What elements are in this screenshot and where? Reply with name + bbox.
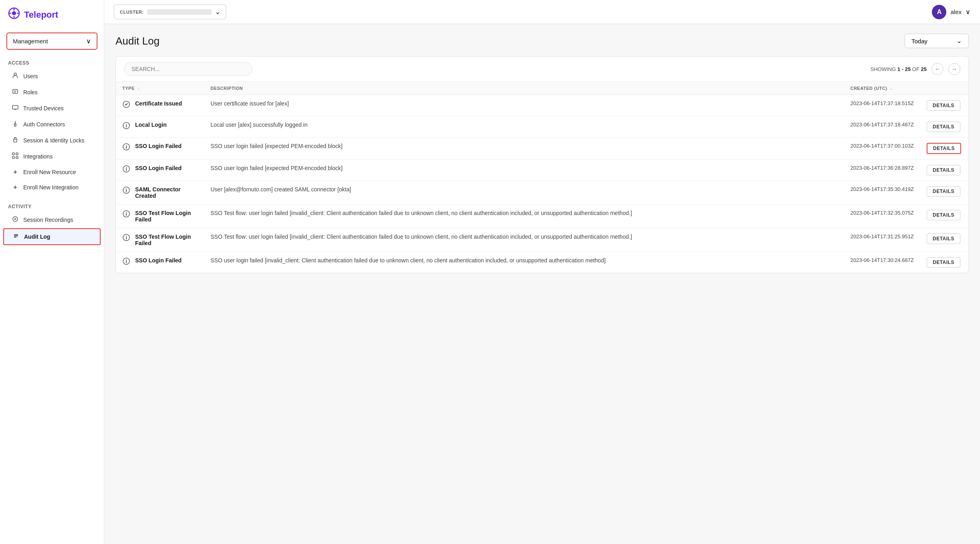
date-cell: 2023-06-14T17:31:25.951Z [844,228,920,252]
management-dropdown[interactable]: Management ∨ [6,32,97,50]
type-cell: SSO Login Failed [122,165,198,175]
description-cell: Local user [alex] successfully logged in [204,116,844,138]
action-cell: DETAILS [920,205,968,228]
activity-section-header: Activity [0,200,104,212]
avatar: A [932,5,946,19]
search-input[interactable] [124,62,252,76]
prev-page-button[interactable]: ← [931,63,944,75]
info-icon [122,143,130,153]
type-sort-icon: ↑ [138,86,140,91]
table-header: TYPE ↑ DESCRIPTION CREATED (UTC) ↓ [116,82,968,95]
svg-point-33 [126,167,127,168]
teleport-logo-icon [8,7,20,22]
svg-rect-14 [14,139,17,142]
action-cell: DETAILS [920,181,968,205]
sidebar-item-trusted-devices[interactable]: Trusted Devices [3,101,101,116]
description-cell: SSO user login failed [expected PEM-enco… [204,160,844,181]
sidebar-item-enroll-integration[interactable]: + Enroll New Integration [3,180,101,195]
enroll-resource-label: Enroll New Resource [23,169,76,175]
auth-connectors-icon [11,120,19,128]
sidebar-item-roles[interactable]: Roles [3,85,101,100]
table-row: SAML Connector Created User [alex@fornut… [116,181,968,205]
svg-point-6 [14,73,16,75]
svg-rect-18 [16,156,18,158]
svg-point-1 [12,11,16,15]
details-button[interactable]: DETAILS [927,100,960,111]
col-header-date[interactable]: CREATED (UTC) ↓ [844,82,920,95]
date-cell: 2023-06-14T17:35:30.419Z [844,181,920,205]
svg-rect-16 [16,153,18,155]
integrations-icon [11,152,19,160]
sidebar-item-users[interactable]: Users [3,69,101,84]
enroll-resource-plus-icon: + [11,168,19,176]
cluster-dropdown[interactable]: CLUSTER: ⌄ [114,4,226,19]
table-row: SSO Test Flow Login Failed SSO Test flow… [116,228,968,252]
cluster-label: CLUSTER: [120,10,144,14]
date-filter-chevron-icon: ⌄ [957,37,962,45]
user-area[interactable]: A alex ∨ [932,5,970,19]
trusted-devices-label: Trusted Devices [23,105,64,112]
svg-rect-7 [13,89,18,93]
sidebar-item-session-identity-locks[interactable]: Session & Identity Locks [3,133,101,148]
action-cell: DETAILS [920,95,968,116]
enroll-integration-plus-icon: + [11,184,19,191]
svg-point-30 [126,145,127,146]
date-cell: 2023-06-14T17:36:28.897Z [844,160,920,181]
date-cell: 2023-06-14T17:37:18.487Z [844,116,920,138]
details-button[interactable]: DETAILS [927,233,960,244]
users-label: Users [23,73,38,79]
type-name: Local Login [135,122,167,128]
col-header-description: DESCRIPTION [204,82,844,95]
col-header-type[interactable]: TYPE ↑ [116,82,204,95]
info-icon [122,210,130,220]
access-section-header: Access [0,56,104,68]
date-filter-dropdown[interactable]: Today ⌄ [905,34,969,48]
date-cell: 2023-06-14T17:32:35.075Z [844,205,920,228]
details-button[interactable]: DETAILS [927,257,960,268]
info-icon [122,165,130,175]
sidebar-item-integrations[interactable]: Integrations [3,149,101,164]
roles-icon [11,88,19,96]
type-name: SAML Connector Created [135,186,198,199]
cert-icon [122,100,130,110]
table-body: Certificate Issued User certificate issu… [116,95,968,273]
svg-point-42 [126,236,127,237]
users-icon [11,72,19,80]
type-cell: SSO Test Flow Login Failed [122,210,198,223]
action-cell: DETAILS [920,228,968,252]
table-row: SSO Login Failed SSO user login failed [… [116,252,968,273]
next-page-button[interactable]: → [948,63,960,75]
audit-log-table: TYPE ↑ DESCRIPTION CREATED (UTC) ↓ [116,82,968,273]
session-identity-locks-icon [11,136,19,144]
details-button[interactable]: DETAILS [927,143,961,154]
type-name: SSO Test Flow Login Failed [135,233,198,246]
type-name: SSO Test Flow Login Failed [135,210,198,223]
action-cell: DETAILS [920,252,968,273]
table-row: SSO Test Flow Login Failed SSO Test flow… [116,205,968,228]
action-cell: DETAILS [920,138,968,160]
sidebar-item-session-recordings[interactable]: Session Recordings [3,212,101,227]
sidebar-item-enroll-resource[interactable]: + Enroll New Resource [3,165,101,179]
details-button[interactable]: DETAILS [927,165,960,175]
management-label: Management [13,38,48,45]
table-toolbar: SHOWING 1 - 25 OF 25 ← → [116,57,968,82]
sidebar-item-auth-connectors[interactable]: Auth Connectors [3,117,101,132]
details-button[interactable]: DETAILS [927,210,960,220]
cluster-chevron-icon: ⌄ [215,8,220,16]
svg-point-39 [126,212,127,213]
type-cell: SSO Login Failed [122,143,198,153]
topbar: CLUSTER: ⌄ A alex ∨ [104,0,980,24]
description-cell: User [alex@fornuto.com] created SAML con… [204,181,844,205]
logo-text: Teleport [24,10,58,20]
details-button[interactable]: DETAILS [927,122,960,132]
svg-rect-10 [12,106,18,109]
table-row: Certificate Issued User certificate issu… [116,95,968,116]
page-title: Audit Log [115,35,160,47]
sidebar-item-audit-log[interactable]: Audit Log [3,228,101,245]
details-button[interactable]: DETAILS [927,186,960,197]
type-name: SSO Login Failed [135,257,182,264]
enroll-integration-label: Enroll New Integration [23,184,79,191]
content-area: Audit Log Today ⌄ SHOWING 1 - 25 OF 25 ←… [104,24,980,544]
description-cell: SSO Test flow: user login failed [invali… [204,205,844,228]
svg-marker-20 [15,218,17,220]
